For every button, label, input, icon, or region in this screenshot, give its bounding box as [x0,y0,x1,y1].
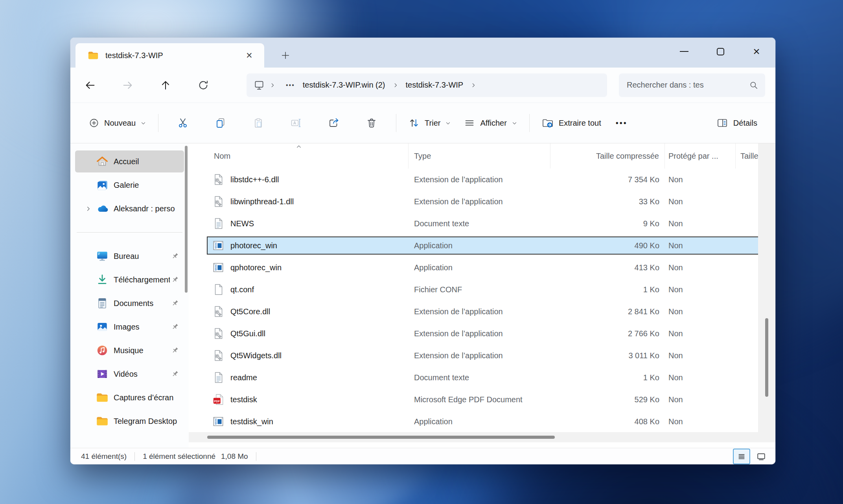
sidebar-item-music[interactable]: Musique [75,339,184,361]
chevron-right-icon[interactable] [388,82,403,88]
file-row[interactable]: libwinpthread-1.dllExtension de l’applic… [189,191,775,213]
status-bar: 41 élément(s) 1 élément sélectionné 1,08… [70,448,775,464]
horizontal-scrollbar[interactable] [189,432,758,442]
close-button[interactable]: × [738,38,775,65]
dll-file-icon [212,327,225,340]
download-icon [96,273,109,286]
back-button[interactable] [81,76,99,95]
view-button[interactable]: Afficher [457,110,523,136]
file-name-cell: qphotorec_win [189,261,409,274]
explorer-tab[interactable]: testdisk-7.3-WIP × [75,43,264,68]
sidebar-item-onedrive[interactable]: Aleksandr : perso [75,198,184,220]
chevron-right-icon[interactable] [265,82,280,88]
file-row[interactable]: Qt5Gui.dllExtension de l’application2 76… [189,323,775,345]
file-type: Fichier CONF [409,285,550,294]
share-button[interactable] [315,110,353,136]
sidebar-item-label: Bureau [114,252,170,261]
vertical-scrollbar[interactable] [758,143,775,442]
chevron-down-icon [140,120,146,126]
column-header-type[interactable]: Type [409,143,550,169]
sidebar-item-folder[interactable]: Telegram Desktop [75,410,184,432]
file-row[interactable]: Qt5Core.dllExtension de l’application2 8… [189,301,775,323]
file-row[interactable]: libstdc++-6.dllExtension de l’applicatio… [189,169,775,191]
pin-icon [171,275,180,284]
sidebar-item-home[interactable]: Accueil [75,150,184,172]
search-box[interactable] [619,73,765,97]
title-bar[interactable]: testdisk-7.3-WIP × × [70,38,775,68]
breadcrumb[interactable]: ••• testdisk-7.3-WIP.win (2)testdisk-7.3… [247,73,607,97]
sidebar-item-gallery[interactable]: Galerie [75,174,184,196]
tab-close-icon[interactable]: × [241,49,257,62]
sidebar-item-images[interactable]: Images [75,316,184,338]
breadcrumb-item[interactable]: testdisk-7.3-WIP.win (2) [300,81,388,90]
details-view-button[interactable] [733,449,750,464]
file-type: Extension de l’application [409,351,550,360]
file-list-pane: Nom Type Taille compressée Protégé par .… [189,143,775,448]
search-icon[interactable] [749,80,759,90]
sidebar-item-label: Documents [114,299,170,308]
sidebar-item-videos[interactable]: Vidéos [75,363,184,385]
cut-button[interactable] [164,110,202,136]
this-pc-icon[interactable] [254,80,265,91]
search-input[interactable] [627,81,749,90]
file-type: Microsoft Edge PDF Document [409,395,550,404]
sort-button[interactable]: Trier [402,110,457,136]
view-button-label: Afficher [480,119,506,128]
extract-all-button[interactable]: Extraire tout [535,110,607,136]
breadcrumb-item[interactable]: testdisk-7.3-WIP [403,81,466,90]
sidebar-scrollbar[interactable] [185,146,188,293]
vertical-scrollbar-thumb[interactable] [765,318,768,397]
pdf-file-icon [212,393,225,406]
refresh-button[interactable] [194,76,213,95]
file-row[interactable]: qphotorec_winApplication413 KoNon [189,257,775,279]
column-header-taille-compressee[interactable]: Taille compressée [550,143,665,169]
sidebar-list: AccueilGalerieAleksandr : persoBureauTél… [70,150,189,432]
file-row[interactable]: photorec_winApplication490 KoNon [189,235,775,257]
file-row[interactable]: Qt5Widgets.dllExtension de l’application… [189,345,775,367]
file-file-icon [212,283,225,296]
sidebar-item-download[interactable]: Téléchargements [75,269,184,291]
paste-button[interactable] [239,110,277,136]
more-options-button[interactable]: ••• [607,110,636,136]
file-row[interactable]: NEWSDocument texte9 KoNon [189,213,775,235]
new-tab-button[interactable] [276,46,294,64]
rename-icon [290,117,302,129]
maximize-button[interactable] [702,38,738,65]
file-name: libwinpthread-1.dll [230,197,294,206]
chevron-down-icon [512,120,517,126]
pin-icon [171,323,180,331]
delete-button[interactable] [353,110,390,136]
extract-folder-icon [541,117,554,129]
minimize-button[interactable] [666,38,702,65]
chevron-right-icon[interactable] [466,82,481,88]
sidebar-item-label: Accueil [114,157,180,166]
sidebar-item-desktop[interactable]: Bureau [75,245,184,267]
file-name: libstdc++-6.dll [230,175,279,184]
file-type: Extension de l’application [409,197,550,206]
column-header-protege-par[interactable]: Protégé par ... [665,143,736,169]
toolbar-divider [396,114,396,132]
rename-button[interactable] [277,110,315,136]
up-button[interactable] [156,76,175,95]
file-row[interactable]: testdiskMicrosoft Edge PDF Document529 K… [189,389,775,411]
file-password-protected: Non [665,395,736,404]
sidebar-item-label: Aleksandr : perso [114,204,180,213]
file-name-cell: readme [189,371,409,384]
file-name-cell: photorec_win [189,239,409,252]
new-button[interactable]: Nouveau [82,110,153,136]
details-pane-button[interactable]: Détails [710,110,764,136]
file-row[interactable]: testdisk_winApplication408 KoNon [189,411,775,433]
chevron-right-icon[interactable] [81,205,96,212]
forward-button[interactable] [118,76,137,95]
file-row[interactable]: readmeDocument texte1 KoNon [189,367,775,389]
file-password-protected: Non [665,219,736,228]
sidebar-item-documents[interactable]: Documents [75,292,184,314]
file-type: Document texte [409,219,550,228]
sidebar-item-folder[interactable]: Captures d’écran [75,387,184,409]
breadcrumb-overflow[interactable]: ••• [280,82,300,89]
horizontal-scrollbar-thumb[interactable] [207,436,555,439]
thumbnails-view-button[interactable] [753,449,770,464]
copy-button[interactable] [202,110,239,136]
file-type: Extension de l’application [409,175,550,184]
file-row[interactable]: qt.confFichier CONF1 KoNon [189,279,775,301]
